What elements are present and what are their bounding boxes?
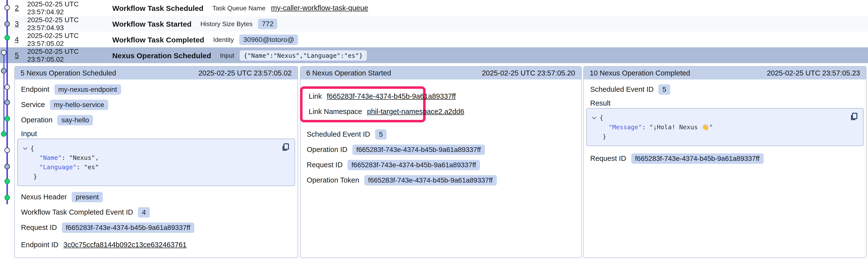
panel-body: Scheduled Event ID 5 Result { "Message":… (584, 79, 866, 168)
endpoint-badge: my-nexus-endpoint (54, 84, 121, 95)
timeline-dot-scheduled-icon (4, 84, 10, 89)
result-label: Result (590, 99, 611, 107)
request-id-label: Request ID (21, 223, 57, 231)
panel-timestamp: 2025-02-25 UTC 23:57:05.23 (767, 69, 860, 77)
panel-title: 10 Nexus Operation Completed (590, 69, 690, 77)
timeline-dot-completed-icon (4, 35, 10, 40)
link-namespace-label: Link Namespace (309, 108, 362, 115)
event-detail-label: Input (220, 51, 234, 59)
panel-title: 6 Nexus Operation Started (306, 69, 391, 77)
operation-id-badge: f665283f-743e-4374-b45b-9a61a89337ff (352, 144, 485, 155)
operation-token-badge: f665283f-743e-4374-b45b-9a61a89337ff (364, 175, 497, 185)
panel-timestamp: 2025-02-25 UTC 23:57:05.02 (198, 69, 292, 77)
event-name: Workflow Task Started (112, 20, 191, 28)
identity-badge: 30960@totoro@ (239, 34, 298, 45)
panel-title: 5 Nexus Operation Scheduled (21, 69, 116, 77)
event-detail-label: History Size Bytes (200, 20, 253, 27)
copy-icon[interactable] (281, 143, 290, 152)
wtc-event-id-badge: 4 (138, 207, 150, 217)
event-row-3[interactable]: 3 2025-02-25 UTC 23:57:04.93 Workflow Ta… (0, 16, 868, 32)
panel-header: 10 Nexus Operation Completed 2025-02-25 … (584, 67, 866, 79)
operation-id-label: Operation ID (307, 146, 347, 153)
timeline-dot-started-icon (4, 164, 10, 169)
timeline-dot-started-icon (4, 100, 10, 105)
copy-icon[interactable] (850, 112, 859, 121)
scheduled-event-id-badge: 5 (658, 84, 670, 95)
panel-header: 5 Nexus Operation Scheduled 2025-02-25 U… (14, 67, 298, 79)
event-history-table: 2 2025-02-25 UTC 23:57:04.92 Workflow Ta… (0, 0, 868, 63)
service-badge: my-hello-service (50, 100, 108, 110)
nexus-header-label: Nexus Header (21, 193, 67, 201)
link-value-link[interactable]: f665283f-743e-4374-b45b-9a61a89337ff (327, 92, 456, 100)
event-id-link[interactable]: 4 (15, 36, 19, 43)
link-highlight-box: Link f665283f-743e-4374-b45b-9a61a89337f… (300, 86, 425, 122)
event-name: Workflow Task Scheduled (112, 4, 204, 12)
operation-token-label: Operation Token (307, 176, 359, 184)
event-timestamp: 2025-02-25 UTC 23:57:04.93 (27, 16, 112, 32)
operation-label: Operation (21, 116, 52, 124)
timeline-dot-completed-icon (4, 116, 10, 121)
chevron-down-icon[interactable] (592, 113, 599, 122)
timeline-branch-line (3, 52, 4, 134)
panel-nexus-operation-completed: 10 Nexus Operation Completed 2025-02-25 … (583, 66, 867, 258)
panel-header: 6 Nexus Operation Started 2025-02-25 UTC… (300, 67, 581, 79)
request-id-badge: f665283f-743e-4374-b45b-9a61a89337ff (347, 160, 480, 170)
event-row-2[interactable]: 2 2025-02-25 UTC 23:57:04.92 Workflow Ta… (0, 0, 868, 16)
input-json-viewer: { "Name": "Nexus", "Language": "es" } (17, 139, 295, 186)
timeline-dot-completed-icon (4, 179, 10, 184)
endpoint-id-label: Endpoint ID (21, 241, 59, 249)
panel-nexus-operation-scheduled: 5 Nexus Operation Scheduled 2025-02-25 U… (14, 66, 298, 258)
scheduled-event-id-label: Scheduled Event ID (590, 85, 653, 93)
event-row-5-selected[interactable]: 5 2025-02-25 UTC 23:57:05.02 Nexus Opera… (0, 47, 868, 63)
scheduled-event-id-label: Scheduled Event ID (307, 130, 370, 138)
event-timestamp: 2025-02-25 UTC 23:57:05.02 (27, 32, 112, 47)
service-label: Service (21, 101, 45, 109)
event-id-link[interactable]: 5 (15, 51, 19, 59)
event-timestamp: 2025-02-25 UTC 23:57:05.02 (27, 47, 112, 63)
link-namespace-link[interactable]: phil-target-namespace2.a2dd6 (367, 108, 464, 115)
input-badge: {"Name":"Nexus","Language":"es"} (240, 50, 367, 61)
endpoint-label: Endpoint (21, 85, 50, 93)
nexus-header-badge: present (72, 192, 102, 202)
event-history-view: 2 2025-02-25 UTC 23:57:04.92 Workflow Ta… (0, 0, 868, 260)
link-label: Link (309, 92, 322, 100)
timeline-dot-completed-icon (4, 195, 10, 200)
wtc-event-id-label: Workflow Task Completed Event ID (21, 208, 133, 216)
scheduled-event-id-badge: 5 (375, 129, 387, 139)
event-detail-label: Identity (213, 36, 234, 43)
request-id-badge: f665283f-743e-4374-b45b-9a61a89337ff (62, 222, 194, 233)
timeline-dot-scheduled-icon (4, 147, 10, 153)
request-id-label: Request ID (307, 161, 343, 169)
panel-nexus-operation-started: 6 Nexus Operation Started 2025-02-25 UTC… (300, 66, 582, 258)
endpoint-id-link[interactable]: 3c0c75ccfa8144b092c13ce632463761 (64, 241, 187, 249)
timeline-dot-started-icon (4, 21, 10, 26)
event-name: Workflow Task Completed (112, 35, 204, 44)
panel-body: Endpoint my-nexus-endpoint Service my-he… (14, 79, 298, 255)
timeline (0, 0, 14, 260)
chevron-down-icon[interactable] (23, 144, 30, 153)
request-id-badge: f665283f-743e-4374-b45b-9a61a89337ff (631, 153, 764, 163)
event-timestamp: 2025-02-25 UTC 23:57:04.92 (27, 0, 112, 16)
result-json-viewer: { "Message": "¡Hola! Nexus 👋" } (586, 108, 864, 146)
timeline-dot-completed-icon (1, 131, 6, 137)
task-queue-link[interactable]: my-caller-workflow-task-queue (271, 4, 368, 12)
input-label: Input (21, 130, 37, 138)
timeline-dot-scheduled-icon (1, 49, 6, 55)
panel-timestamp: 2025-02-25 UTC 23:57:05.20 (482, 69, 575, 77)
history-size-badge: 772 (258, 18, 278, 29)
event-row-4[interactable]: 4 2025-02-25 UTC 23:57:05.02 Workflow Ta… (0, 32, 868, 47)
panel-body: Link f665283f-743e-4374-b45b-9a61a89337f… (300, 79, 581, 190)
event-id-link[interactable]: 3 (15, 20, 19, 28)
event-name: Nexus Operation Scheduled (112, 51, 211, 60)
event-detail-label: Task Queue Name (212, 4, 266, 11)
timeline-dot-started-icon (1, 68, 6, 74)
operation-badge: say-hello (57, 115, 93, 125)
request-id-label: Request ID (590, 154, 626, 162)
timeline-dot-scheduled-icon (4, 5, 10, 10)
event-id-link[interactable]: 2 (15, 4, 19, 12)
